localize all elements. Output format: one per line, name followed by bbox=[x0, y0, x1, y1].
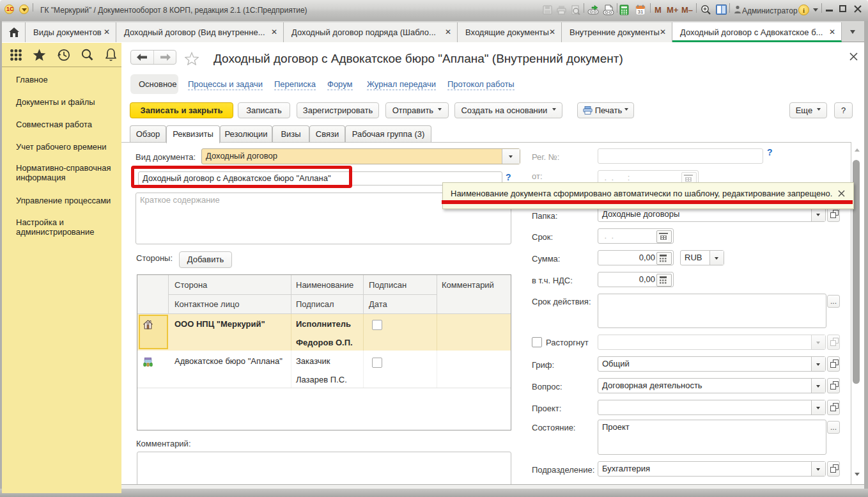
svg-text:31: 31 bbox=[638, 9, 644, 15]
